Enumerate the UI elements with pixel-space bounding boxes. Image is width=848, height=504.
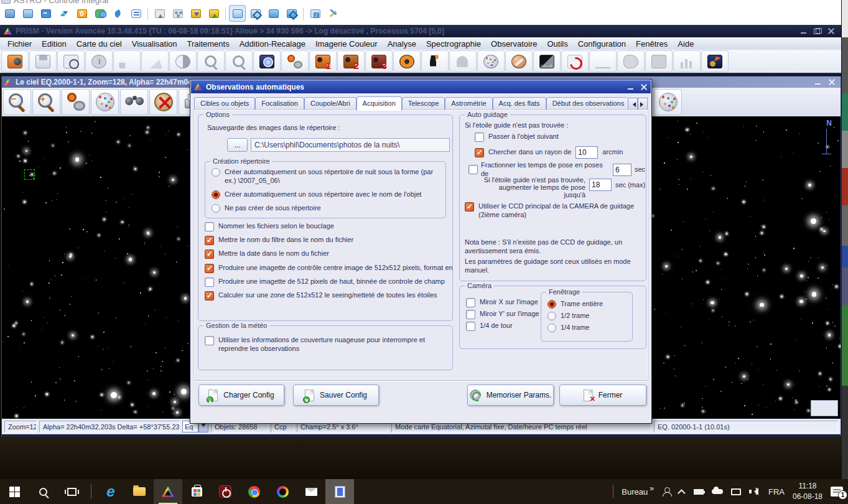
menu-fenetres[interactable]: Fenêtres	[631, 39, 673, 49]
checkbox-imagette-binnee[interactable]	[205, 278, 214, 287]
desktop-toolbar[interactable]: Bureau »	[622, 487, 654, 497]
sky-gears-icon[interactable]	[62, 89, 90, 115]
sauver-config-button[interactable]: Sauver Config	[293, 385, 379, 406]
close-icon[interactable]	[827, 28, 835, 34]
radio-trame-entiere[interactable]	[547, 300, 556, 309]
no-observer-icon[interactable]	[149, 89, 177, 115]
sky-extra-icon[interactable]	[654, 89, 682, 115]
menu-edition[interactable]: Edition	[37, 39, 72, 49]
phone-icon[interactable]	[109, 5, 126, 22]
screen-full-icon[interactable]	[265, 5, 282, 22]
zoom-in-icon[interactable]	[225, 50, 253, 72]
message-icon[interactable]	[128, 5, 144, 22]
task-view-button[interactable]	[57, 479, 86, 504]
calibration-icon[interactable]	[533, 50, 561, 72]
action-center-icon[interactable]: 1	[831, 487, 843, 497]
camera-2-icon[interactable]: 2	[337, 50, 365, 72]
photos-app-button[interactable]	[268, 479, 297, 504]
save-icon[interactable]	[29, 50, 57, 72]
minimize-icon[interactable]	[800, 28, 808, 34]
dome-icon[interactable]	[449, 50, 477, 72]
checkbox-ccd-guidage[interactable]	[465, 202, 474, 212]
checkbox-quart-de-tour[interactable]	[466, 322, 475, 331]
menu-carte-du-ciel[interactable]: Carte du ciel	[72, 39, 127, 49]
inbox-icon[interactable]	[187, 5, 204, 22]
rotate-icon[interactable]	[113, 50, 141, 72]
checkbox-seeing[interactable]	[205, 291, 214, 301]
browse-button[interactable]: ...	[227, 138, 248, 152]
filter-wheel-icon[interactable]	[393, 50, 421, 72]
binoculars-icon[interactable]	[120, 89, 148, 115]
screen-center-icon[interactable]	[283, 5, 300, 22]
dialog-close-icon[interactable]	[640, 84, 648, 90]
chrome-button[interactable]	[240, 479, 268, 504]
checkbox-nom-filtre[interactable]	[205, 236, 214, 245]
checkbox-fractionner-poses[interactable]	[468, 165, 478, 174]
gears-icon[interactable]	[281, 50, 309, 72]
directory-path-field[interactable]	[251, 138, 450, 152]
file-explorer-button[interactable]	[125, 479, 154, 504]
augmenter-sec-field[interactable]	[589, 179, 612, 191]
contrast-icon[interactable]	[169, 50, 197, 72]
checkbox-imagette-512[interactable]	[205, 264, 214, 273]
menu-imagerie-couleur[interactable]: Imagerie Couleur	[310, 39, 383, 49]
screen-magnifier-icon[interactable]	[253, 50, 281, 72]
tools-icon[interactable]	[325, 5, 342, 22]
checkbox-bouclage[interactable]	[205, 222, 214, 231]
taskbar-search-button[interactable]	[29, 479, 57, 504]
planetarium-icon[interactable]	[477, 50, 505, 72]
mail-button[interactable]	[297, 479, 325, 504]
restore-icon[interactable]	[814, 28, 821, 34]
dialog-minimize-icon[interactable]	[627, 84, 635, 90]
fermer-button[interactable]: × Fermer	[559, 385, 646, 406]
checkbox-couverture-nuageuse[interactable]	[205, 336, 214, 345]
zero-icon[interactable]	[73, 5, 90, 22]
menu-addition-recalage[interactable]: Addition-Recalage	[235, 39, 310, 49]
flip-icon[interactable]	[141, 50, 169, 72]
menu-visualisation[interactable]: Visualisation	[127, 39, 182, 49]
contacts-icon[interactable]	[169, 5, 186, 22]
open-image-icon[interactable]	[1, 50, 29, 72]
checkbox-chercher-rayon[interactable]	[475, 148, 484, 157]
refresh-icon[interactable]	[561, 50, 589, 72]
store-button[interactable]	[182, 479, 211, 504]
volume-icon[interactable]	[749, 487, 760, 496]
frame-icon[interactable]	[19, 5, 36, 22]
onedrive-icon[interactable]	[712, 489, 723, 494]
sky-planetarium-icon[interactable]	[91, 89, 119, 115]
upload-icon[interactable]	[151, 5, 168, 22]
camera-3-icon[interactable]: 3	[365, 50, 393, 72]
sky-minimize-icon[interactable]	[814, 79, 822, 85]
display-icon[interactable]	[731, 488, 741, 495]
automation-icon[interactable]	[701, 50, 729, 72]
tab-focalisation[interactable]: Focalisation	[255, 97, 304, 111]
menu-configuration[interactable]: Configuration	[573, 39, 631, 49]
screen-normal-icon[interactable]	[229, 5, 246, 22]
radio-sous-repertoire-nuit[interactable]	[212, 168, 220, 177]
tab-coupole-abri[interactable]: Coupole/Abri	[304, 97, 356, 111]
memoriser-params-button[interactable]: Memoriser Params.	[467, 385, 554, 406]
checkbox-passer-objet-suivant[interactable]	[475, 133, 484, 142]
menu-aide[interactable]: Aide	[673, 39, 699, 49]
image-search-icon[interactable]	[57, 50, 85, 72]
menu-outils[interactable]: Outils	[542, 39, 572, 49]
radio-pas-de-sous-repertoire[interactable]	[212, 204, 220, 213]
radio-quart-trame[interactable]	[547, 324, 556, 332]
fraction-sec-field[interactable]	[613, 164, 631, 176]
dialog-titlebar[interactable]: Observations automatiques	[191, 80, 651, 93]
checkbox-miroir-x[interactable]	[466, 298, 475, 307]
sky-zoom-in-icon[interactable]: +	[32, 89, 60, 115]
frame-tool-icon[interactable]	[645, 50, 673, 72]
tab-acq-des-flats[interactable]: Acq. des flats	[493, 97, 546, 111]
sky-zoom-out-icon[interactable]: −	[3, 89, 31, 115]
curve-icon[interactable]	[589, 50, 617, 72]
chat-icon[interactable]	[91, 5, 108, 22]
checkbox-miroir-y[interactable]	[466, 310, 475, 319]
autoguider-icon[interactable]	[421, 50, 449, 72]
power-app-button[interactable]	[211, 479, 240, 504]
zoom-out-icon[interactable]	[197, 50, 225, 72]
menu-fichier[interactable]: Fichier	[2, 39, 37, 49]
tab-debut-des-observations[interactable]: Début des observations	[546, 97, 627, 111]
region-icon[interactable]	[617, 50, 645, 72]
radio-sous-repertoire-objet[interactable]	[212, 190, 220, 199]
